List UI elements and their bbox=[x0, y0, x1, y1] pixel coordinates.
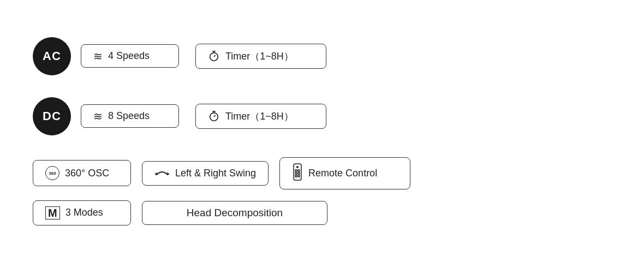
svg-rect-11 bbox=[298, 170, 300, 171]
modes-label: 3 Modes bbox=[65, 207, 103, 218]
wind-icon-ac: ≋ bbox=[93, 51, 103, 62]
dc-timer-box: Timer（1~8H） bbox=[195, 104, 326, 129]
svg-point-9 bbox=[296, 166, 299, 168]
svg-rect-12 bbox=[295, 173, 297, 174]
svg-rect-13 bbox=[298, 173, 300, 174]
modes-box: M 3 Modes bbox=[33, 200, 131, 225]
timer-icon-ac bbox=[208, 50, 220, 62]
svg-line-7 bbox=[214, 115, 216, 117]
dc-timer-label: Timer（1~8H） bbox=[225, 110, 294, 123]
swing-label: Left & Right Swing bbox=[175, 168, 256, 179]
swing-box: Left & Right Swing bbox=[142, 161, 269, 186]
ac-speeds-label: 4 Speeds bbox=[108, 50, 150, 62]
ac-timer-label: Timer（1~8H） bbox=[225, 50, 294, 63]
remote-icon bbox=[292, 163, 303, 183]
ac-row: AC ≋ 4 Speeds Timer（1~8H） bbox=[33, 37, 611, 75]
osc-label: 360° OSC bbox=[65, 168, 109, 179]
svg-rect-14 bbox=[295, 175, 297, 177]
timer-icon-dc bbox=[208, 110, 220, 122]
ac-speeds-box: ≋ 4 Speeds bbox=[81, 44, 179, 68]
main-container: AC ≋ 4 Speeds Timer（1~8H） DC ≋ 8 Speeds bbox=[33, 26, 611, 247]
ac-timer-box: Timer（1~8H） bbox=[195, 44, 326, 69]
osc-360-icon: 360 bbox=[45, 166, 59, 180]
remote-label: Remote Control bbox=[308, 168, 377, 179]
wind-icon-dc: ≋ bbox=[93, 111, 103, 122]
head-decomp-box: Head Decomposition bbox=[142, 201, 327, 225]
osc-box: 360 360° OSC bbox=[33, 160, 131, 186]
head-decomp-label: Head Decomposition bbox=[187, 207, 283, 219]
dc-speeds-box: ≋ 8 Speeds bbox=[81, 104, 179, 128]
m-icon: M bbox=[45, 206, 60, 219]
dc-badge: DC bbox=[33, 97, 71, 135]
feature-row-2: M 3 Modes Head Decomposition bbox=[33, 200, 611, 225]
feature-row-1: 360 360° OSC Left & Right Swing bbox=[33, 157, 611, 189]
dc-row: DC ≋ 8 Speeds Timer（1~8H） bbox=[33, 97, 611, 135]
dc-speeds-label: 8 Speeds bbox=[108, 110, 150, 122]
ac-badge: AC bbox=[33, 37, 71, 75]
svg-point-0 bbox=[210, 52, 218, 61]
svg-rect-10 bbox=[295, 170, 297, 171]
svg-line-3 bbox=[214, 55, 216, 57]
remote-box: Remote Control bbox=[279, 157, 410, 189]
svg-rect-15 bbox=[298, 175, 300, 177]
swing-icon bbox=[154, 167, 170, 180]
